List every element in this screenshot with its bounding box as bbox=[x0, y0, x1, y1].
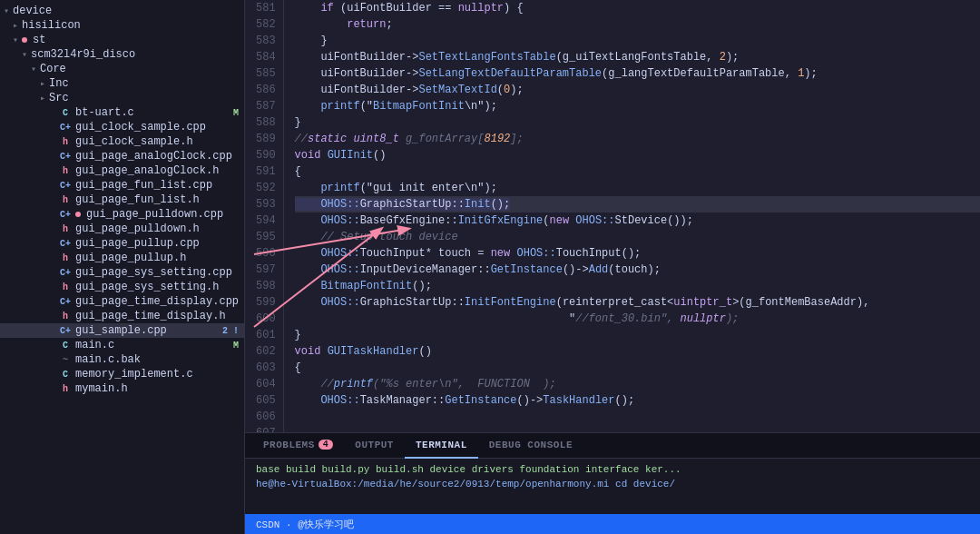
sidebar-item-device[interactable]: ▾device bbox=[0, 4, 244, 18]
file-label: main.c bbox=[75, 339, 233, 351]
sidebar-item-gui_page_pullup.h[interactable]: hgui_page_pullup.h bbox=[0, 251, 244, 265]
sidebar-item-gui_page_sys_setting.h[interactable]: hgui_page_sys_setting.h bbox=[0, 280, 244, 294]
line-num-601: 601 bbox=[256, 327, 276, 343]
sidebar-item-gui_page_analogClock.h[interactable]: hgui_page_analogClock.h bbox=[0, 163, 244, 178]
file-label: device bbox=[13, 5, 244, 17]
line-num-583: 583 bbox=[256, 33, 276, 49]
file-icon-c: C bbox=[58, 108, 73, 118]
file-icon-h: h bbox=[58, 312, 73, 321]
sidebar-item-Inc[interactable]: ▸Inc bbox=[0, 76, 244, 91]
panel-tab-output[interactable]: OUTPUT bbox=[344, 433, 405, 459]
file-icon-file: ~ bbox=[58, 355, 73, 365]
terminal-line-1: base build build.py build.sh device driv… bbox=[256, 462, 969, 477]
code-line-588: } bbox=[295, 114, 980, 131]
line-num-591: 591 bbox=[256, 163, 276, 180]
sidebar-item-gui_page_pulldown.cpp[interactable]: C+gui_page_pulldown.cpp bbox=[0, 207, 244, 222]
sidebar-item-st[interactable]: ▾st bbox=[0, 33, 244, 47]
file-label: scm32l4r9i_disco bbox=[31, 48, 244, 61]
file-label: gui_clock_sample.h bbox=[75, 135, 244, 148]
sidebar-item-gui_page_analogClock.cpp[interactable]: C+gui_page_analogClock.cpp bbox=[0, 149, 244, 163]
code-view[interactable]: 5815825835845855865875885895905915925935… bbox=[245, 0, 980, 432]
file-icon-cpp: C+ bbox=[58, 123, 73, 133]
line-num-605: 605 bbox=[256, 392, 276, 409]
code-line-606: { bbox=[295, 360, 980, 376]
file-label: gui_page_sys_setting.cpp bbox=[75, 266, 244, 279]
sidebar-item-gui_page_time_display.h[interactable]: hgui_page_time_display.h bbox=[0, 309, 244, 323]
code-line-599: OHOS::InputDeviceManager::GetInstance()-… bbox=[295, 262, 980, 278]
sidebar-item-scm32l4r9i_disco[interactable]: ▾scm32l4r9i_disco bbox=[0, 47, 244, 62]
file-label: st bbox=[33, 34, 244, 46]
file-label: gui_page_fun_list.cpp bbox=[75, 179, 244, 192]
line-num-592: 592 bbox=[256, 180, 276, 196]
terminal-text-2: he@he-VirtualBox:/media/he/source2/0913/… bbox=[256, 479, 675, 490]
sidebar-item-gui_page_fun_list.cpp[interactable]: C+gui_page_fun_list.cpp bbox=[0, 178, 244, 193]
sidebar-item-main.c[interactable]: Cmain.cM bbox=[0, 338, 244, 352]
code-line-600: BitmapFontInit(); bbox=[295, 278, 980, 294]
file-icon-cpp: C+ bbox=[58, 239, 73, 249]
file-label: gui_page_pulldown.h bbox=[75, 222, 244, 235]
panel-tab-debug[interactable]: DEBUG CONSOLE bbox=[478, 433, 583, 459]
sidebar-item-mymain.h[interactable]: hmymain.h bbox=[0, 381, 244, 396]
line-num-586: 586 bbox=[256, 82, 276, 98]
code-line-608: OHOS::TaskManager::GetInstance()->TaskHa… bbox=[295, 392, 980, 409]
code-line-585: uiFontBuilder->SetLangTextDefaultParamTa… bbox=[295, 65, 980, 82]
editor-wrapper: 5815825835845855865875885895905915925935… bbox=[245, 0, 980, 534]
sidebar-item-gui_page_pulldown.h[interactable]: hgui_page_pulldown.h bbox=[0, 222, 244, 236]
sidebar-item-memory_implement.c[interactable]: Cmemory_implement.c bbox=[0, 367, 244, 381]
line-num-596: 596 bbox=[256, 245, 276, 262]
sidebar-item-gui_page_time_display.cpp[interactable]: C+gui_page_time_display.cpp bbox=[0, 294, 244, 309]
file-label: gui_page_pullup.cpp bbox=[75, 237, 244, 250]
sidebar-item-gui_clock_sample.cpp[interactable]: C+gui_clock_sample.cpp bbox=[0, 120, 244, 134]
file-icon-cpp: C+ bbox=[58, 152, 73, 162]
sidebar-item-gui_page_fun_list.h[interactable]: hgui_page_fun_list.h bbox=[0, 193, 244, 207]
file-explorer[interactable]: ▾device▸hisilicon▾st▾scm32l4r9i_disco▾Co… bbox=[0, 0, 245, 534]
sidebar-item-hisilicon[interactable]: ▸hisilicon bbox=[0, 18, 244, 33]
sidebar-item-main.c.bak[interactable]: ~main.c.bak bbox=[0, 352, 244, 367]
file-label: gui_page_time_display.h bbox=[75, 310, 244, 322]
file-label: gui_page_sys_setting.h bbox=[75, 281, 244, 293]
tab-label-problems: PROBLEMS bbox=[263, 440, 315, 450]
file-label: gui_page_time_display.cpp bbox=[75, 295, 244, 308]
line-num-582: 582 bbox=[256, 16, 276, 33]
arrow-right-icon: ▸ bbox=[36, 93, 49, 104]
file-icon-cpp: C+ bbox=[58, 297, 73, 307]
sidebar-item-gui_page_sys_setting.cpp[interactable]: C+gui_page_sys_setting.cpp bbox=[0, 265, 244, 280]
line-num-598: 598 bbox=[256, 278, 276, 294]
code-line-597: // Setup touch device bbox=[295, 229, 980, 245]
arrow-right-icon: ▸ bbox=[36, 78, 49, 89]
line-num-587: 587 bbox=[256, 98, 276, 114]
sidebar-item-gui_page_pullup.cpp[interactable]: C+gui_page_pullup.cpp bbox=[0, 236, 244, 251]
arrow-right-icon: ▸ bbox=[9, 20, 22, 31]
code-lines: if (uiFontBuilder == nullptr) { return; … bbox=[284, 0, 980, 432]
code-line-591: void GUIInit() bbox=[295, 147, 980, 163]
main-area: ▾device▸hisilicon▾st▾scm32l4r9i_disco▾Co… bbox=[0, 0, 980, 534]
line-num-589: 589 bbox=[256, 131, 276, 147]
sidebar-item-gui_sample.cpp[interactable]: C+gui_sample.cpp2 ! bbox=[0, 323, 244, 338]
sidebar-item-Src[interactable]: ▸Src bbox=[0, 91, 244, 105]
arrow-down-icon: ▾ bbox=[0, 5, 13, 16]
sidebar-item-Core[interactable]: ▾Core bbox=[0, 62, 244, 76]
terminal-text-1: base build build.py build.sh device driv… bbox=[256, 464, 681, 475]
sidebar-item-gui_clock_sample.h[interactable]: hgui_clock_sample.h bbox=[0, 134, 244, 149]
arrow-down-icon: ▾ bbox=[27, 64, 40, 74]
code-line-586: uiFontBuilder->SetMaxTextId(0); bbox=[295, 82, 980, 98]
terminal-content: base build build.py build.sh device driv… bbox=[245, 459, 980, 514]
file-label: gui_page_analogClock.cpp bbox=[75, 150, 244, 163]
panel-tab-problems[interactable]: PROBLEMS4 bbox=[252, 433, 344, 459]
file-label: Inc bbox=[49, 77, 244, 90]
code-line-607: //printf("%s enter\n", FUNCTION ); bbox=[295, 376, 980, 392]
file-label: gui_page_pulldown.cpp bbox=[86, 208, 244, 221]
arrow-down-icon: ▾ bbox=[9, 35, 22, 45]
file-badge: M bbox=[233, 341, 239, 351]
code-line-583: } bbox=[295, 33, 980, 49]
panel-tab-terminal[interactable]: TERMINAL bbox=[405, 433, 478, 459]
file-icon-h: h bbox=[58, 253, 73, 263]
file-label: bt-uart.c bbox=[75, 106, 233, 119]
arrow-down-icon: ▾ bbox=[18, 49, 31, 60]
sidebar-item-bt-uart.c[interactable]: Cbt-uart.cM bbox=[0, 105, 244, 120]
line-num-602: 602 bbox=[256, 343, 276, 360]
status-bar: CSDN · @快乐学习吧 bbox=[245, 514, 980, 534]
tab-label-debug: DEBUG CONSOLE bbox=[489, 440, 573, 450]
line-num-606: 606 bbox=[256, 409, 276, 425]
modified-dot bbox=[75, 212, 81, 217]
